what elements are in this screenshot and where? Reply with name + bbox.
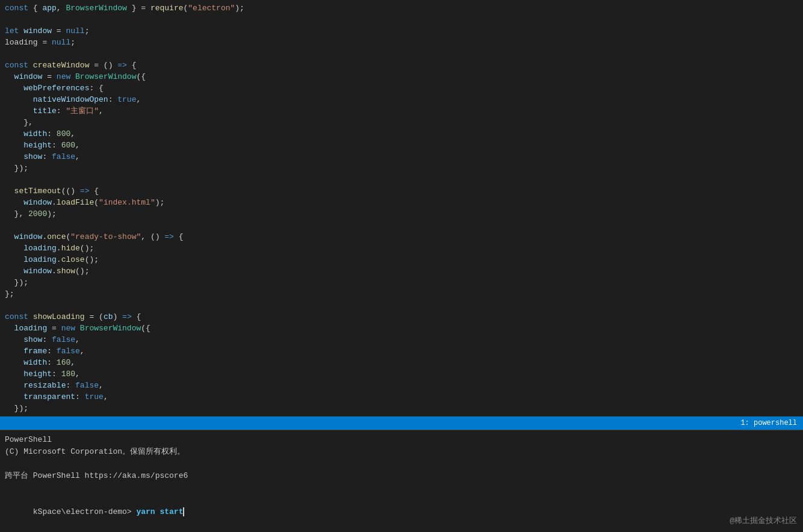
status-bar: 1: powershell — [0, 416, 803, 430]
code-line: let window = null; — [0, 25, 803, 37]
code-line: width: 800, — [0, 128, 803, 140]
code-line: loading.hide(); — [0, 243, 803, 254]
code-line — [0, 220, 803, 231]
code-line: resizable: false, — [0, 380, 803, 391]
code-line: loading = new BrowserWindow({ — [0, 323, 803, 334]
code-line — [0, 414, 803, 416]
code-content: const { app, BrowserWindow } = require("… — [0, 0, 803, 416]
watermark: @稀土掘金技术社区 — [730, 515, 797, 526]
code-line: }); — [0, 162, 803, 174]
terminal-line — [5, 458, 798, 470]
code-editor: const { app, BrowserWindow } = require("… — [0, 0, 803, 416]
code-line: }; — [0, 288, 803, 300]
code-line: window.loadFile("index.html"); — [0, 197, 803, 208]
code-line: }); — [0, 403, 803, 414]
code-line: loading = null; — [0, 37, 803, 48]
terminal-line — [5, 482, 798, 494]
terminal-label: 1: powershell — [740, 419, 797, 427]
code-line: window.once("ready-to-show", () => { — [0, 231, 803, 243]
code-line: height: 180, — [0, 368, 803, 380]
code-line — [0, 300, 803, 311]
terminal-content: PowerShell (C) Microsoft Corporation。保留所… — [0, 430, 803, 532]
code-line: width: 160, — [0, 357, 803, 368]
terminal-prompt-line[interactable]: kSpace\electron-demo> yarn start — [5, 494, 798, 530]
code-line — [0, 14, 803, 25]
code-line: transparent: true, — [0, 391, 803, 403]
code-line: frame: false, — [0, 345, 803, 357]
terminal-prompt: kSpace\electron-demo> — [33, 507, 137, 516]
code-line: title: "主窗口", — [0, 105, 803, 117]
code-line — [0, 48, 803, 60]
code-line: height: 600, — [0, 140, 803, 151]
code-line: show: false, — [0, 151, 803, 162]
code-line: window.show(); — [0, 265, 803, 277]
terminal-line: 跨平台 PowerShell https://aka.ms/pscore6 — [5, 470, 798, 482]
code-line: loading.close(); — [0, 254, 803, 265]
code-line: }, 2000); — [0, 208, 803, 220]
code-line: window = new BrowserWindow({ — [0, 71, 803, 82]
code-line: const createWindow = () => { — [0, 60, 803, 71]
code-line: nativeWindowOpen: true, — [0, 94, 803, 105]
code-line: const showLoading = (cb) => { — [0, 311, 803, 323]
terminal-line: PowerShell — [5, 434, 798, 446]
code-line — [0, 174, 803, 185]
code-line: webPreferences: { — [0, 82, 803, 94]
code-line: }); — [0, 277, 803, 288]
code-line: setTimeout(() => { — [0, 185, 803, 197]
terminal-line: (C) Microsoft Corporation。保留所有权利。 — [5, 446, 798, 458]
terminal-panel: PowerShell (C) Microsoft Corporation。保留所… — [0, 430, 803, 532]
code-line: const { app, BrowserWindow } = require("… — [0, 2, 803, 14]
code-line: }, — [0, 117, 803, 128]
terminal-command: yarn start — [136, 507, 183, 516]
terminal-cursor — [183, 507, 189, 516]
code-line: show: false, — [0, 334, 803, 345]
